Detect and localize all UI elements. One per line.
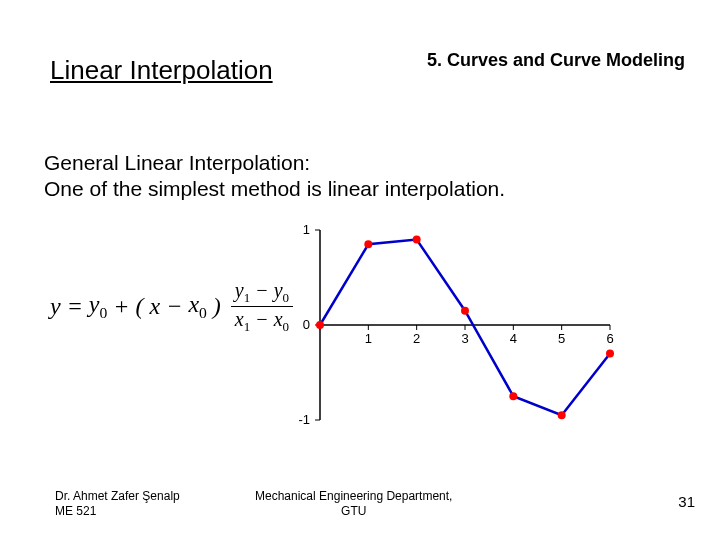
page-number: 31 [678, 493, 695, 510]
svg-text:2: 2 [413, 331, 420, 346]
svg-point-23 [413, 236, 421, 244]
svg-point-27 [606, 350, 614, 358]
department-block: Mechanical Engineering Department, GTU [255, 489, 452, 520]
svg-point-22 [364, 240, 372, 248]
svg-text:6: 6 [606, 331, 613, 346]
svg-point-24 [461, 307, 469, 315]
body-text: General Linear Interpolation: One of the… [44, 150, 505, 203]
svg-point-26 [558, 411, 566, 419]
svg-text:1: 1 [303, 222, 310, 237]
chart: 123456-101 [280, 215, 620, 445]
svg-point-25 [509, 392, 517, 400]
body-line2: One of the simplest method is linear int… [44, 176, 505, 202]
slide-title: Linear Interpolation [50, 55, 273, 86]
svg-text:-1: -1 [298, 412, 310, 427]
svg-text:0: 0 [303, 317, 310, 332]
chapter-label: 5. Curves and Curve Modeling [427, 50, 685, 71]
svg-point-21 [316, 321, 324, 329]
formula: y = y0 + (x − x0) y1 − y0 x1 − x0 [50, 280, 293, 333]
author-block: Dr. Ahmet Zafer Şenalp ME 521 [55, 489, 180, 520]
svg-text:5: 5 [558, 331, 565, 346]
svg-text:4: 4 [510, 331, 517, 346]
svg-text:3: 3 [461, 331, 468, 346]
body-line1: General Linear Interpolation: [44, 150, 505, 176]
svg-text:1: 1 [365, 331, 372, 346]
